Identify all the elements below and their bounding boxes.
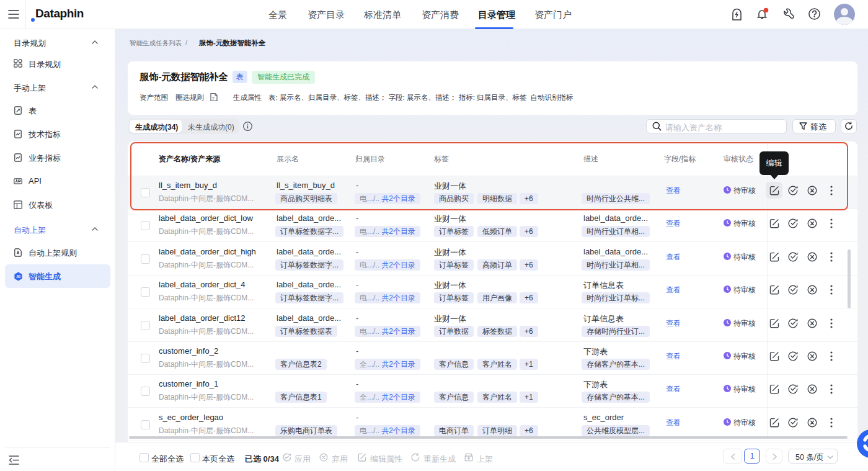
- svg-text:AI: AI: [16, 274, 20, 279]
